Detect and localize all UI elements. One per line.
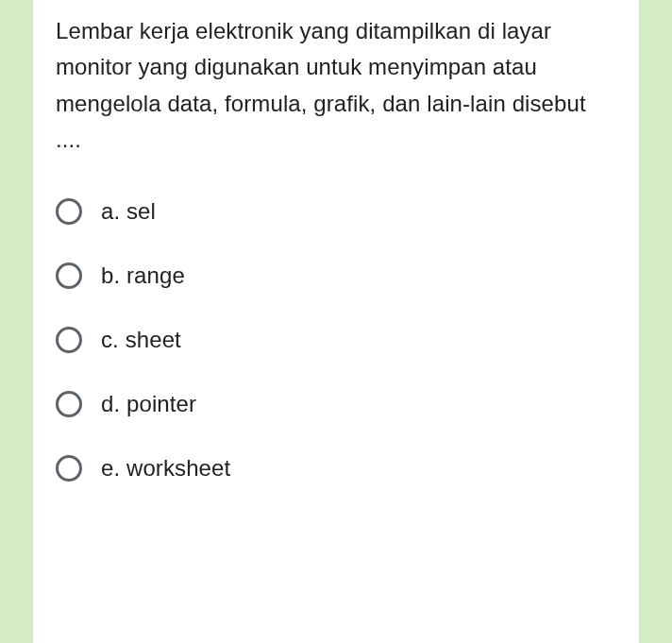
radio-icon	[56, 262, 82, 289]
radio-icon	[56, 455, 82, 482]
option-label: e. worksheet	[101, 455, 230, 482]
options-group: a. sel b. range c. sheet d. pointer e. w…	[56, 187, 616, 493]
question-text: Lembar kerja elektronik yang ditampilkan…	[56, 0, 616, 187]
option-c[interactable]: c. sheet	[56, 315, 616, 364]
option-label: b. range	[101, 262, 185, 289]
option-e[interactable]: e. worksheet	[56, 444, 616, 493]
option-label: c. sheet	[101, 327, 181, 353]
radio-icon	[56, 198, 82, 225]
question-card: Lembar kerja elektronik yang ditampilkan…	[32, 0, 640, 643]
option-b[interactable]: b. range	[56, 251, 616, 300]
option-label: d. pointer	[101, 391, 196, 417]
radio-icon	[56, 327, 82, 353]
radio-icon	[56, 391, 82, 417]
option-a[interactable]: a. sel	[56, 187, 616, 236]
option-label: a. sel	[101, 198, 156, 225]
option-d[interactable]: d. pointer	[56, 380, 616, 429]
